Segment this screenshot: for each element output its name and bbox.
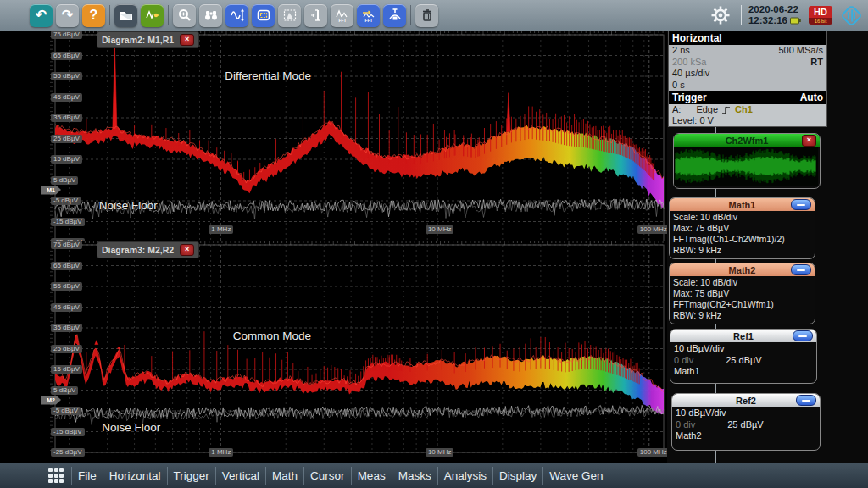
- y-axis-label: -15 dBµV: [51, 428, 85, 436]
- trigger-level-row: Level: 0 V: [669, 115, 826, 126]
- undo-icon: ↶: [36, 8, 47, 22]
- math2-title: Math2: [729, 265, 756, 275]
- diagram-tab[interactable]: Diagram3: M2,R2×: [97, 241, 199, 258]
- menu-item-analysis[interactable]: Analysis: [437, 467, 492, 485]
- scale-waveform-button[interactable]: [225, 4, 248, 27]
- ch2wfm1-title: Ch2Wfm1: [726, 136, 769, 146]
- hd-label: HD: [809, 6, 832, 18]
- minimize-button[interactable]: [796, 395, 816, 406]
- trigger-level: Level: 0 V: [672, 115, 714, 126]
- fft-setup-button[interactable]: FFT: [357, 4, 380, 27]
- search-button[interactable]: [199, 4, 222, 27]
- ref1-scale: 10 dBµV/div: [674, 343, 813, 355]
- ref2-source: Math2: [676, 430, 816, 442]
- close-icon[interactable]: ×: [180, 244, 194, 256]
- ref1-offset: 25 dBµV: [726, 355, 761, 367]
- diagram-tab-label: Diagram3: M2,R2: [102, 245, 174, 255]
- svg-text:FFT: FFT: [338, 18, 346, 23]
- cursor-measure-button[interactable]: [304, 4, 327, 27]
- screenshot-button[interactable]: [252, 4, 275, 27]
- horizontal-row: 200 kSaRT: [669, 57, 826, 69]
- close-icon[interactable]: ×: [180, 34, 194, 46]
- menu-item-horizontal[interactable]: Horizontal: [103, 467, 167, 485]
- horizontal-row: 0 s: [669, 80, 826, 92]
- ref2-box[interactable]: Ref2 10 dBµV/div 0 div25 dBµV Math2: [671, 393, 821, 451]
- math1-header: Math1: [670, 198, 815, 211]
- math2-max: Max: 75 dBµV: [673, 288, 811, 299]
- close-icon[interactable]: ×: [802, 135, 816, 147]
- x-axis-label: 10 MHz: [426, 448, 454, 457]
- date-label: 2020-06-22: [748, 4, 798, 15]
- redo-button[interactable]: ↷: [56, 4, 79, 27]
- y-axis-label: 65 dBµV: [51, 262, 82, 270]
- math2-box[interactable]: Math2 Scale: 10 dB/div Max: 75 dBµV FFTm…: [669, 263, 815, 324]
- mask-test-button[interactable]: [278, 4, 301, 27]
- menu-item-trigger[interactable]: Trigger: [167, 467, 215, 485]
- hd-sub-label: 16 bit: [809, 18, 832, 25]
- minimize-button[interactable]: [793, 330, 813, 341]
- spectrum-area[interactable]: 75 dBµV65 dBµV55 dBµV45 dBµV35 dBµV25 dB…: [25, 30, 667, 463]
- ref2-offset: 25 dBµV: [727, 419, 763, 431]
- horizontal-title: Horizontal: [672, 32, 722, 44]
- menu-grid-icon[interactable]: [48, 468, 64, 483]
- horizontal-panel[interactable]: Horizontal 2 ns500 MSa/s 200 kSaRT 40 µs…: [668, 30, 827, 127]
- ch2wfm1-box[interactable]: Ch2Wfm1 ×: [673, 133, 821, 189]
- toolbar-separator: [168, 5, 169, 25]
- annotate-icon: [387, 8, 403, 23]
- ref1-position: 0 div: [674, 355, 693, 367]
- menu-item-wave-gen[interactable]: Wave Gen: [542, 467, 609, 485]
- mask-icon: [282, 8, 298, 23]
- trigger-type: Edge: [696, 104, 718, 115]
- y-axis-label: 25 dBµV: [51, 135, 82, 143]
- y-axis-label: 15 dBµV: [51, 365, 82, 374]
- y-axis-label: -25 dBµV: [51, 448, 85, 457]
- menu-item-math[interactable]: Math: [265, 467, 303, 485]
- menu-item-vertical[interactable]: Vertical: [215, 467, 265, 485]
- diagram-1[interactable]: 75 dBµV65 dBµV55 dBµV45 dBµV35 dBµV25 dB…: [25, 30, 667, 241]
- trigger-title: Trigger: [672, 92, 707, 103]
- menu-item-cursor[interactable]: Cursor: [303, 467, 351, 485]
- menu-item-file[interactable]: File: [71, 467, 103, 485]
- ref1-source: Math1: [674, 366, 813, 378]
- math1-box[interactable]: Math1 Scale: 10 dB/div Max: 75 dBµV FFTm…: [669, 197, 815, 259]
- annotate-button[interactable]: [383, 4, 406, 27]
- open-file-button[interactable]: [114, 4, 137, 27]
- x-axis-label: 10 MHz: [426, 225, 454, 234]
- settings-button[interactable]: [709, 4, 732, 27]
- horizontal-row: 2 ns500 MSa/s: [669, 45, 826, 57]
- timebase-value: 40 µs/div: [672, 68, 709, 80]
- hd-mode-badge: HD 16 bit: [809, 6, 832, 25]
- svg-text:FFT: FFT: [364, 18, 372, 23]
- y-axis-label: 5 dBµV: [51, 386, 78, 395]
- rising-edge-icon: [721, 105, 732, 115]
- ref2-scale: 10 dBµV/div: [676, 408, 816, 419]
- menu-item-display[interactable]: Display: [492, 467, 542, 485]
- redo-icon: ↷: [62, 8, 73, 22]
- y-axis-label: 35 dBµV: [51, 324, 82, 332]
- gear-icon: [710, 5, 731, 25]
- diagram-tab[interactable]: Diagram2: M1,R1×: [97, 31, 199, 48]
- x-axis-label: 100 MHz: [637, 225, 667, 234]
- diagram-2[interactable]: 75 dBµV65 dBµV55 dBµV45 dBµV35 dBµV25 dB…: [25, 241, 667, 463]
- minimize-icon: [797, 269, 805, 271]
- y-axis-label: 75 dBµV: [51, 241, 82, 249]
- magnifier-icon: [177, 8, 192, 23]
- minimize-button[interactable]: [791, 199, 811, 210]
- help-button[interactable]: ?: [82, 4, 105, 27]
- menu-item-masks[interactable]: Masks: [392, 467, 437, 485]
- ref1-header: Ref1: [670, 330, 816, 342]
- menu-item-meas[interactable]: Meas: [351, 467, 392, 485]
- trigger-source-row: A: Edge Ch1: [669, 104, 826, 115]
- minimize-button[interactable]: [791, 264, 811, 275]
- signal-probe-button[interactable]: [141, 4, 164, 27]
- ref1-box[interactable]: Ref1 10 dBµV/div 0 div25 dBµV Math1: [670, 329, 817, 384]
- ch2wfm1-header: Ch2Wfm1 ×: [674, 134, 820, 147]
- y-axis-label: 65 dBµV: [51, 52, 82, 60]
- rt-mode-value: RT: [810, 57, 823, 69]
- fft-spectrum-button[interactable]: FFT: [331, 4, 353, 27]
- delete-button[interactable]: [415, 4, 438, 27]
- y-axis-label: 55 dBµV: [51, 72, 82, 80]
- undo-button[interactable]: ↶: [30, 4, 53, 27]
- zoom-button[interactable]: [173, 4, 196, 27]
- fft-spectrum-icon: FFT: [335, 8, 350, 23]
